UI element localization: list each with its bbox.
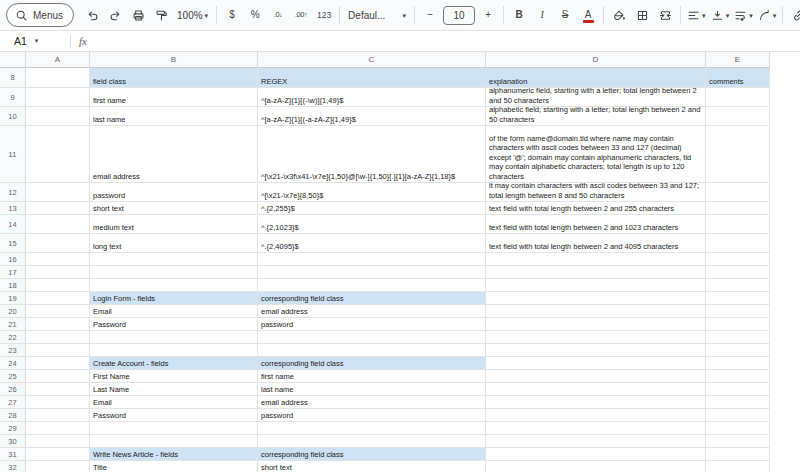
row-header-24[interactable]: 24 (0, 357, 26, 370)
font-size-button[interactable]: 10 (443, 6, 475, 25)
cell-C14[interactable]: ^.{2,1023}$ (258, 215, 486, 234)
cell-C18[interactable] (258, 279, 486, 292)
cell-C31[interactable]: corresponding field class (258, 448, 486, 461)
cell-D15[interactable]: text field with total length between 2 a… (486, 234, 706, 253)
cell-C28[interactable]: password (258, 409, 486, 422)
cell-B31[interactable]: Write News Article - fields (90, 448, 258, 461)
cell-D19[interactable] (486, 292, 706, 305)
cell-A13[interactable] (26, 202, 90, 215)
cell-A16[interactable] (26, 253, 90, 266)
cell-C19[interactable]: corresponding field class (258, 292, 486, 305)
row-header-27[interactable]: 27 (0, 396, 26, 409)
paint-format-button[interactable] (150, 3, 172, 27)
cell-A11[interactable] (26, 126, 90, 183)
row-header-21[interactable]: 21 (0, 318, 26, 331)
borders-button[interactable] (631, 3, 653, 27)
row-header-23[interactable]: 23 (0, 344, 26, 357)
cell-E19[interactable] (706, 292, 770, 305)
format-as-percent-button[interactable]: % (244, 3, 266, 27)
cell-B30[interactable] (90, 435, 258, 448)
cell-A10[interactable] (26, 107, 90, 126)
cell-D10[interactable]: alphabetic field; starting with a letter… (486, 107, 706, 126)
cell-E27[interactable] (706, 396, 770, 409)
row-header-13[interactable]: 13 (0, 202, 26, 215)
cell-E28[interactable] (706, 409, 770, 422)
cell-B10[interactable]: last name (90, 107, 258, 126)
decrease-decimal-places-button[interactable]: .0↓ (267, 3, 289, 27)
cell-A9[interactable] (26, 88, 90, 107)
cell-C21[interactable]: password (258, 318, 486, 331)
cell-C8[interactable]: REGEX (258, 68, 486, 88)
row-header-9[interactable]: 9 (0, 88, 26, 107)
row-header-16[interactable]: 16 (0, 253, 26, 266)
increase-decimal-places-button[interactable]: .00↑ (290, 3, 312, 27)
cell-C24[interactable]: corresponding field class (258, 357, 486, 370)
format-as-currency-button[interactable]: $ (221, 3, 243, 27)
cell-D27[interactable] (486, 396, 706, 409)
cell-A32[interactable] (26, 461, 90, 472)
cell-B15[interactable]: long text (90, 234, 258, 253)
bold-button[interactable]: B (508, 3, 530, 27)
cell-B20[interactable]: Email (90, 305, 258, 318)
row-header-20[interactable]: 20 (0, 305, 26, 318)
cell-C16[interactable] (258, 253, 486, 266)
cell-A21[interactable] (26, 318, 90, 331)
cell-A23[interactable] (26, 344, 90, 357)
cell-D14[interactable]: text field with total length between 2 a… (486, 215, 706, 234)
cell-E13[interactable] (706, 202, 770, 215)
cell-D32[interactable] (486, 461, 706, 472)
row-header-29[interactable]: 29 (0, 422, 26, 435)
row-header-17[interactable]: 17 (0, 266, 26, 279)
zoom-button[interactable]: 100%▾ (173, 3, 212, 27)
vertical-align-button[interactable]: ▾ (709, 3, 732, 27)
fill-color-button[interactable] (608, 3, 630, 27)
cell-A18[interactable] (26, 279, 90, 292)
cell-D25[interactable] (486, 370, 706, 383)
insert-link-button[interactable] (787, 3, 800, 27)
name-box[interactable]: A1 ▾ (0, 35, 68, 47)
cell-A14[interactable] (26, 215, 90, 234)
cell-A15[interactable] (26, 234, 90, 253)
column-header-C[interactable]: C (258, 52, 486, 67)
cell-C25[interactable]: first name (258, 370, 486, 383)
cell-A12[interactable] (26, 183, 90, 202)
cell-C17[interactable] (258, 266, 486, 279)
row-header-10[interactable]: 10 (0, 107, 26, 126)
cell-C26[interactable]: last name (258, 383, 486, 396)
cell-A22[interactable] (26, 331, 90, 344)
cell-B21[interactable]: Password (90, 318, 258, 331)
cell-D28[interactable] (486, 409, 706, 422)
menus-button[interactable]: Menus (6, 3, 74, 27)
row-header-28[interactable]: 28 (0, 409, 26, 422)
cell-D13[interactable]: text field with total length between 2 a… (486, 202, 706, 215)
cell-A27[interactable] (26, 396, 90, 409)
cell-B18[interactable] (90, 279, 258, 292)
more-formats-button[interactable]: 123 (313, 3, 335, 27)
cell-E16[interactable] (706, 253, 770, 266)
cell-C11[interactable]: ^[\x21-\x3f\x41-\x7e]{1,50}@[\w-]{1,50}[… (258, 126, 486, 183)
cell-E30[interactable] (706, 435, 770, 448)
formula-input[interactable] (97, 31, 800, 51)
redo-button[interactable] (104, 3, 126, 27)
cell-B26[interactable]: Last Name (90, 383, 258, 396)
cell-B8[interactable]: field class (90, 68, 258, 88)
cell-C20[interactable]: email address (258, 305, 486, 318)
cell-C30[interactable] (258, 435, 486, 448)
row-header-26[interactable]: 26 (0, 383, 26, 396)
cell-C10[interactable]: ^[a-zA-Z]{1}[(-a-zA-Z]{1,49}$ (258, 107, 486, 126)
cell-C12[interactable]: ^[\x21-\x7e]{8,50}$ (258, 183, 486, 202)
row-header-30[interactable]: 30 (0, 435, 26, 448)
select-all-corner[interactable] (0, 52, 26, 67)
column-header-B[interactable]: B (90, 52, 258, 67)
row-header-25[interactable]: 25 (0, 370, 26, 383)
row-header-15[interactable]: 15 (0, 234, 26, 253)
cell-E26[interactable] (706, 383, 770, 396)
cell-D26[interactable] (486, 383, 706, 396)
cell-A30[interactable] (26, 435, 90, 448)
cell-C29[interactable] (258, 422, 486, 435)
cell-D24[interactable] (486, 357, 706, 370)
print-button[interactable] (127, 3, 149, 27)
column-header-A[interactable]: A (26, 52, 90, 67)
cell-D22[interactable] (486, 331, 706, 344)
cell-D21[interactable] (486, 318, 706, 331)
